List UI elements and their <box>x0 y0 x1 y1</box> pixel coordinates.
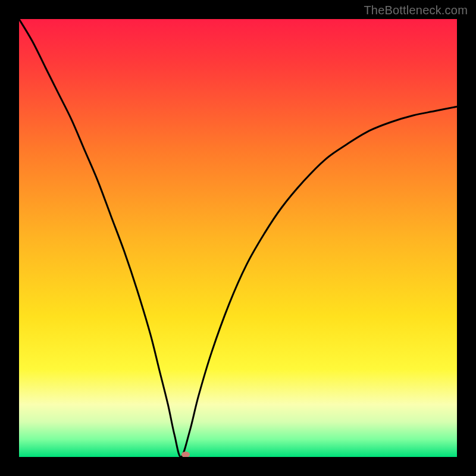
curve-layer <box>19 19 457 457</box>
watermark-text: TheBottleneck.com <box>364 4 468 17</box>
chart-frame: TheBottleneck.com <box>0 0 476 476</box>
bottleneck-curve <box>19 19 457 457</box>
minimum-marker <box>181 452 190 457</box>
plot-area <box>19 19 457 457</box>
